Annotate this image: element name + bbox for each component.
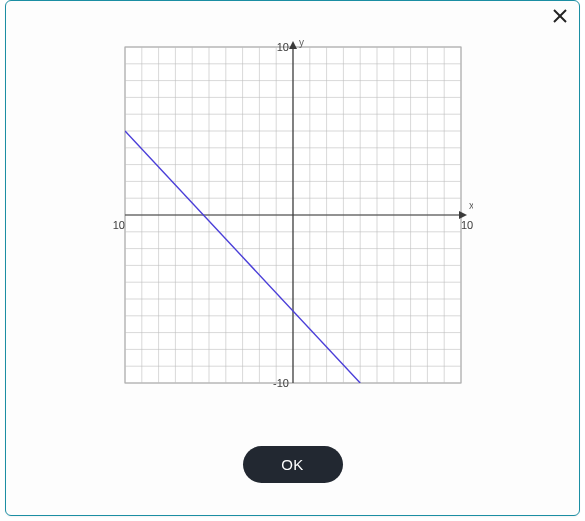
ok-button-label: OK [281,456,304,473]
x-tick-label: 10 [461,219,473,231]
coordinate-graph: xy-1010-1010 [113,35,473,395]
y-axis-label: y [299,37,304,48]
close-button[interactable] [549,5,571,27]
y-tick-label: 10 [276,41,288,53]
svg-marker-46 [289,41,297,49]
close-icon [552,8,568,24]
y-tick-label: -10 [273,377,289,389]
x-tick-label: -10 [113,219,125,231]
x-axis-label: x [469,200,473,211]
chart-svg: xy-1010-1010 [113,35,473,395]
ok-button[interactable]: OK [243,446,343,483]
modal-dialog: xy-1010-1010 OK [5,0,580,516]
svg-marker-45 [459,211,467,219]
